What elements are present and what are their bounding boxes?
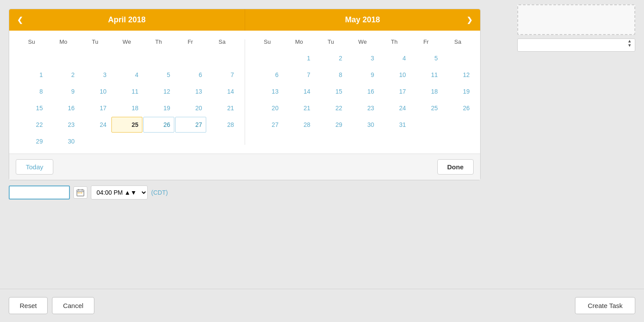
may-day-5[interactable]: 5 bbox=[411, 50, 442, 66]
may-day-27[interactable]: 27 bbox=[252, 117, 283, 133]
april-day-empty bbox=[207, 50, 238, 66]
may-grid: Su Mo Tu We Th Fr Sa 1 2 3 4 bbox=[245, 35, 481, 149]
page-wrapper: ❮ April 2018 May 2018 ❯ Su Mo Tu We bbox=[0, 0, 644, 322]
april-day-11[interactable]: 11 bbox=[111, 84, 142, 99]
may-day-2[interactable]: 2 bbox=[315, 50, 346, 66]
date-text-input[interactable] bbox=[9, 186, 70, 200]
may-day-1[interactable]: 1 bbox=[283, 50, 314, 66]
april-day-24[interactable]: 24 bbox=[80, 117, 111, 133]
april-day-15[interactable]: 15 bbox=[16, 100, 47, 116]
may-day-17[interactable]: 17 bbox=[379, 84, 410, 99]
date-input-row: 04:00 PM ▲▼ 04:30 PM 05:00 PM (CDT) bbox=[9, 186, 635, 200]
may-day-19[interactable]: 19 bbox=[443, 84, 474, 99]
april-day-10[interactable]: 10 bbox=[80, 84, 111, 99]
april-day-29[interactable]: 29 bbox=[16, 133, 47, 149]
done-button[interactable]: Done bbox=[437, 159, 474, 175]
april-day-27[interactable]: 27 bbox=[175, 117, 206, 133]
april-day-25-today[interactable]: 25 bbox=[111, 117, 142, 133]
may-day-29[interactable]: 29 bbox=[315, 117, 346, 133]
calendar-popup: ❮ April 2018 May 2018 ❯ Su Mo Tu We bbox=[9, 9, 481, 180]
may-day-empty bbox=[411, 117, 442, 133]
may-day-21[interactable]: 21 bbox=[283, 100, 314, 116]
next-month-button[interactable]: ❯ bbox=[463, 14, 476, 26]
april-day-empty bbox=[175, 133, 206, 149]
april-day-5[interactable]: 5 bbox=[143, 67, 174, 83]
may-day-26[interactable]: 26 bbox=[443, 100, 474, 116]
april-day-empty bbox=[80, 133, 111, 149]
may-day-empty bbox=[443, 50, 474, 66]
april-day-empty bbox=[48, 50, 79, 66]
may-day-24[interactable]: 24 bbox=[379, 100, 410, 116]
april-day-26[interactable]: 26 bbox=[143, 117, 174, 133]
may-day-11[interactable]: 11 bbox=[411, 67, 442, 83]
spinner-select[interactable] bbox=[517, 38, 635, 52]
create-task-button[interactable]: Create Task bbox=[575, 297, 635, 314]
may-day-16[interactable]: 16 bbox=[347, 84, 378, 99]
may-day-8[interactable]: 8 bbox=[315, 67, 346, 83]
april-day-1[interactable]: 1 bbox=[16, 67, 47, 83]
april-day-16[interactable]: 16 bbox=[48, 100, 79, 116]
april-day-12[interactable]: 12 bbox=[143, 84, 174, 99]
april-days-grid: 1 2 3 4 5 6 7 8 9 10 11 12 13 1 bbox=[16, 50, 238, 149]
april-day-19[interactable]: 19 bbox=[143, 100, 174, 116]
april-day-18[interactable]: 18 bbox=[111, 100, 142, 116]
april-day-headers: Su Mo Tu We Th Fr Sa bbox=[16, 35, 238, 49]
april-day-3[interactable]: 3 bbox=[80, 67, 111, 83]
april-day-17[interactable]: 17 bbox=[80, 100, 111, 116]
calendar-icon-button[interactable] bbox=[73, 186, 87, 199]
may-day-31[interactable]: 31 bbox=[379, 117, 410, 133]
may-dh-sa: Sa bbox=[442, 35, 474, 49]
april-dh-su: Su bbox=[16, 35, 48, 49]
svg-rect-5 bbox=[80, 192, 80, 193]
may-day-20[interactable]: 20 bbox=[252, 100, 283, 116]
may-day-30[interactable]: 30 bbox=[347, 117, 378, 133]
may-day-13[interactable]: 13 bbox=[252, 84, 283, 99]
may-day-15[interactable]: 15 bbox=[315, 84, 346, 99]
april-day-21[interactable]: 21 bbox=[207, 100, 238, 116]
april-day-28[interactable]: 28 bbox=[207, 117, 238, 133]
april-dh-we: We bbox=[111, 35, 143, 49]
may-day-28[interactable]: 28 bbox=[283, 117, 314, 133]
cancel-button[interactable]: Cancel bbox=[52, 297, 94, 314]
may-day-9[interactable]: 9 bbox=[347, 67, 378, 83]
may-day-6[interactable]: 6 bbox=[252, 67, 283, 83]
calendar-footer: Today Done bbox=[9, 154, 480, 180]
svg-rect-4 bbox=[78, 192, 79, 193]
prev-month-button[interactable]: ❮ bbox=[14, 14, 26, 26]
april-day-empty bbox=[16, 50, 47, 66]
may-day-7[interactable]: 7 bbox=[283, 67, 314, 83]
april-day-8[interactable]: 8 bbox=[16, 84, 47, 99]
april-day-20[interactable]: 20 bbox=[175, 100, 206, 116]
april-day-7[interactable]: 7 bbox=[207, 67, 238, 83]
april-day-13[interactable]: 13 bbox=[175, 84, 206, 99]
april-day-4[interactable]: 4 bbox=[111, 67, 142, 83]
may-day-empty bbox=[443, 117, 474, 133]
april-day-30[interactable]: 30 bbox=[48, 133, 79, 149]
april-day-14[interactable]: 14 bbox=[207, 84, 238, 99]
may-day-4[interactable]: 4 bbox=[379, 50, 410, 66]
bottom-bar: Reset Cancel Create Task bbox=[0, 289, 644, 322]
reset-button[interactable]: Reset bbox=[9, 297, 48, 314]
may-day-25[interactable]: 25 bbox=[411, 100, 442, 116]
april-day-empty bbox=[111, 133, 142, 149]
april-dh-sa: Sa bbox=[206, 35, 238, 49]
may-day-12[interactable]: 12 bbox=[443, 67, 474, 83]
may-day-18[interactable]: 18 bbox=[411, 84, 442, 99]
april-day-9[interactable]: 9 bbox=[48, 84, 79, 99]
today-button[interactable]: Today bbox=[16, 159, 53, 175]
april-day-empty bbox=[143, 133, 174, 149]
bottom-left-actions: Reset Cancel bbox=[9, 297, 94, 314]
time-select[interactable]: 04:00 PM ▲▼ 04:30 PM 05:00 PM bbox=[91, 186, 148, 200]
april-day-22[interactable]: 22 bbox=[16, 117, 47, 133]
calendar-icon bbox=[76, 189, 84, 196]
april-day-6[interactable]: 6 bbox=[175, 67, 206, 83]
april-day-2[interactable]: 2 bbox=[48, 67, 79, 83]
may-day-14[interactable]: 14 bbox=[283, 84, 314, 99]
may-day-10[interactable]: 10 bbox=[379, 67, 410, 83]
may-day-23[interactable]: 23 bbox=[347, 100, 378, 116]
spinner-wrapper: ▲▼ bbox=[517, 35, 635, 52]
may-day-22[interactable]: 22 bbox=[315, 100, 346, 116]
april-day-23[interactable]: 23 bbox=[48, 117, 79, 133]
calendars-container: Su Mo Tu We Th Fr Sa bbox=[9, 31, 480, 154]
may-day-3[interactable]: 3 bbox=[347, 50, 378, 66]
